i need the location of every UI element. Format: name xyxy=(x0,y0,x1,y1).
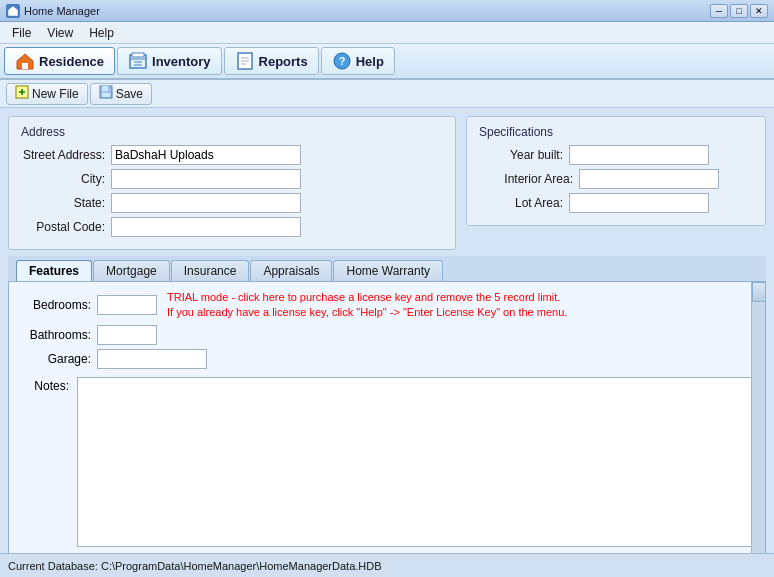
new-file-icon xyxy=(15,85,29,102)
menu-bar: File View Help xyxy=(0,22,774,44)
minimize-button[interactable]: ─ xyxy=(710,4,728,18)
menu-file[interactable]: File xyxy=(4,24,39,42)
form-columns: Address Street Address: City: State: Pos… xyxy=(8,116,766,256)
notes-textarea[interactable] xyxy=(77,377,757,547)
window-title: Home Manager xyxy=(24,5,100,17)
garage-input[interactable] xyxy=(97,349,207,369)
notes-area: Notes: xyxy=(17,377,757,547)
lot-area-row: Lot Area: xyxy=(479,193,753,213)
lot-area-label: Lot Area: xyxy=(479,196,569,210)
nav-inventory-label: Inventory xyxy=(152,54,211,69)
menu-help[interactable]: Help xyxy=(81,24,122,42)
reports-icon xyxy=(235,52,255,70)
year-built-row: Year built: xyxy=(479,145,753,165)
svg-rect-1 xyxy=(22,63,28,69)
trial-message[interactable]: TRIAL mode - click here to purchase a li… xyxy=(167,290,567,321)
street-address-input[interactable] xyxy=(111,145,301,165)
window-controls[interactable]: ─ □ ✕ xyxy=(710,4,768,18)
tab-home-warranty-label: Home Warranty xyxy=(346,264,430,278)
app-icon xyxy=(6,4,20,18)
close-button[interactable]: ✕ xyxy=(750,4,768,18)
tab-bar: Features Mortgage Insurance Appraisals H… xyxy=(8,256,766,282)
title-left: Home Manager xyxy=(6,4,100,18)
interior-area-label: Interior Area: xyxy=(479,172,579,186)
svg-rect-17 xyxy=(102,86,108,91)
garage-row: Garage: xyxy=(17,349,757,369)
nav-inventory[interactable]: Inventory xyxy=(117,47,222,75)
svg-text:?: ? xyxy=(338,55,345,67)
state-label: State: xyxy=(21,196,111,210)
tab-appraisals[interactable]: Appraisals xyxy=(250,260,332,281)
street-address-label: Street Address: xyxy=(21,148,111,162)
year-built-input[interactable] xyxy=(569,145,709,165)
save-button[interactable]: Save xyxy=(90,83,152,105)
postal-code-row: Postal Code: xyxy=(21,217,443,237)
tab-mortgage-label: Mortgage xyxy=(106,264,157,278)
nav-help-label: Help xyxy=(356,54,384,69)
notes-label: Notes: xyxy=(17,377,77,393)
bathrooms-input[interactable] xyxy=(97,325,157,345)
specs-title: Specifications xyxy=(479,125,753,139)
inventory-icon xyxy=(128,52,148,70)
city-row: City: xyxy=(21,169,443,189)
menu-view[interactable]: View xyxy=(39,24,81,42)
svg-rect-4 xyxy=(132,53,144,57)
status-text: Current Database: C:\ProgramData\HomeMan… xyxy=(8,560,382,572)
interior-area-row: Interior Area: xyxy=(479,169,753,189)
tab-appraisals-label: Appraisals xyxy=(263,264,319,278)
residence-icon xyxy=(15,52,35,70)
city-label: City: xyxy=(21,172,111,186)
city-input[interactable] xyxy=(111,169,301,189)
save-label: Save xyxy=(116,87,143,101)
nav-residence[interactable]: Residence xyxy=(4,47,115,75)
address-title: Address xyxy=(21,125,443,139)
bathrooms-row: Bathrooms: xyxy=(17,325,757,345)
bedrooms-row: Bedrooms: TRIAL mode - click here to pur… xyxy=(17,290,757,321)
nav-reports-label: Reports xyxy=(259,54,308,69)
title-bar: Home Manager ─ □ ✕ xyxy=(0,0,774,22)
nav-residence-label: Residence xyxy=(39,54,104,69)
tab-insurance[interactable]: Insurance xyxy=(171,260,250,281)
postal-code-input[interactable] xyxy=(111,217,301,237)
save-icon xyxy=(99,85,113,102)
lot-area-input[interactable] xyxy=(569,193,709,213)
new-file-label: New File xyxy=(32,87,79,101)
garage-label: Garage: xyxy=(17,352,97,366)
nav-bar: Residence Inventory Reports xyxy=(0,44,774,80)
year-built-label: Year built: xyxy=(479,148,569,162)
action-bar: New File Save xyxy=(0,80,774,108)
trial-line1: TRIAL mode - click here to purchase a li… xyxy=(167,291,560,303)
trial-line2: If you already have a license key, click… xyxy=(167,306,567,318)
notes-scrollbar[interactable] xyxy=(751,282,765,555)
tab-insurance-label: Insurance xyxy=(184,264,237,278)
tab-features-label: Features xyxy=(29,264,79,278)
help-icon: ? xyxy=(332,52,352,70)
tabs-area: Features Mortgage Insurance Appraisals H… xyxy=(8,256,766,556)
bedrooms-input[interactable] xyxy=(97,295,157,315)
new-file-button[interactable]: New File xyxy=(6,83,88,105)
street-address-row: Street Address: xyxy=(21,145,443,165)
maximize-button[interactable]: □ xyxy=(730,4,748,18)
postal-code-label: Postal Code: xyxy=(21,220,111,234)
tab-content: Bedrooms: TRIAL mode - click here to pur… xyxy=(8,282,766,556)
features-grid: Bedrooms: TRIAL mode - click here to pur… xyxy=(17,290,757,369)
status-bar: Current Database: C:\ProgramData\HomeMan… xyxy=(0,553,774,577)
state-row: State: xyxy=(21,193,443,213)
interior-area-input[interactable] xyxy=(579,169,719,189)
nav-help[interactable]: ? Help xyxy=(321,47,395,75)
scrollbar-thumb[interactable] xyxy=(752,282,766,302)
bedrooms-label: Bedrooms: xyxy=(17,298,97,312)
bathrooms-label: Bathrooms: xyxy=(17,328,97,342)
tab-features[interactable]: Features xyxy=(16,260,92,281)
svg-rect-18 xyxy=(102,93,110,97)
address-section: Address Street Address: City: State: Pos… xyxy=(8,116,456,256)
main-content: Address Street Address: City: State: Pos… xyxy=(0,108,774,553)
state-input[interactable] xyxy=(111,193,301,213)
nav-reports[interactable]: Reports xyxy=(224,47,319,75)
specs-section: Specifications Year built: Interior Area… xyxy=(466,116,766,256)
tab-home-warranty[interactable]: Home Warranty xyxy=(333,260,443,281)
tab-mortgage[interactable]: Mortgage xyxy=(93,260,170,281)
